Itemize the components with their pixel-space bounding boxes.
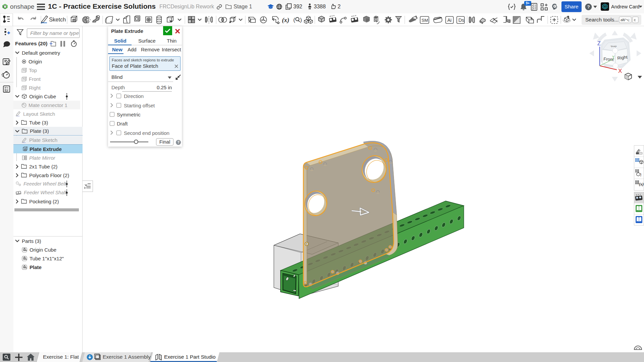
svg-text:Ai: Ai — [447, 17, 451, 23]
svg-text:SM: SM — [422, 18, 428, 23]
svg-text:(x): (x) — [282, 16, 289, 24]
svg-text:X: X — [618, 68, 622, 74]
svg-text:Y: Y — [612, 55, 615, 59]
svg-text:c: c — [634, 18, 636, 22]
svg-text:(x): (x) — [639, 182, 644, 187]
svg-text:Sketch: Sketch — [49, 16, 66, 22]
svg-text:(: ( — [293, 17, 295, 23]
svg-text:?: ? — [587, 4, 590, 9]
svg-text:}: } — [640, 173, 642, 176]
svg-text:alt/⌥: alt/⌥ — [621, 18, 630, 22]
svg-text:): ) — [300, 17, 302, 23]
svg-text:Ds: Ds — [458, 17, 464, 23]
svg-text:Z: Z — [597, 41, 601, 46]
svg-text:Search tools...: Search tools... — [585, 17, 618, 22]
